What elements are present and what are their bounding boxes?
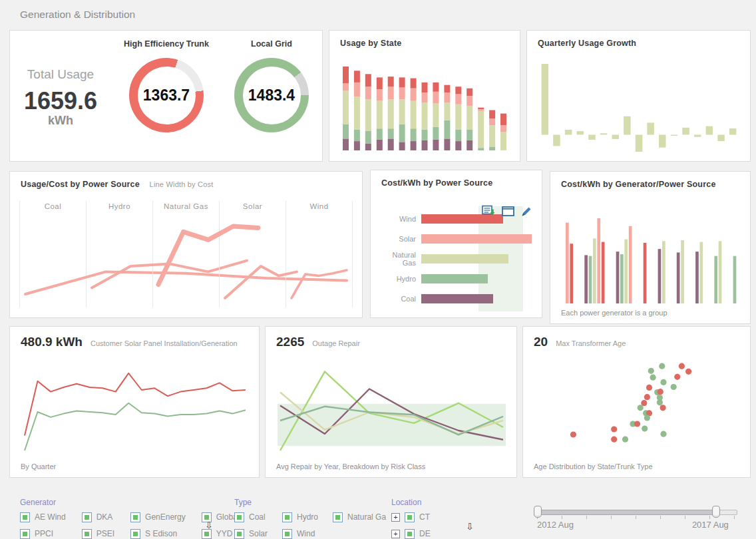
scatter-point[interactable] (622, 437, 628, 443)
stacked-bar-segment[interactable] (500, 125, 506, 132)
stacked-bar-segment[interactable] (444, 85, 450, 92)
cost-generator-chart[interactable] (562, 210, 741, 303)
scatter-point[interactable] (674, 374, 680, 380)
stacked-bar-segment[interactable] (343, 67, 349, 83)
stacked-bar-segment[interactable] (489, 110, 495, 119)
stacked-bar-segment[interactable] (388, 128, 394, 138)
stacked-bar-segment[interactable] (444, 92, 450, 102)
generator-bar[interactable] (566, 223, 569, 303)
generator-bar[interactable] (597, 218, 600, 303)
power-source-mini-wind[interactable]: Wind (286, 201, 353, 307)
generator-filter-psei[interactable]: PSEI (82, 528, 114, 539)
scatter-point[interactable] (658, 389, 663, 395)
line-series[interactable] (25, 373, 246, 436)
hbar-fill[interactable] (421, 234, 532, 244)
generator-bar[interactable] (644, 243, 647, 303)
scatter-point[interactable] (611, 426, 617, 432)
gauge-trunk-donut[interactable]: 1363.7 (129, 58, 204, 132)
checkbox-checked-icon[interactable] (333, 512, 343, 522)
growth-bar[interactable] (553, 135, 560, 146)
stacked-bar-segment[interactable] (365, 74, 371, 87)
stacked-bar-segment[interactable] (377, 77, 383, 89)
growth-bar[interactable] (694, 135, 701, 137)
stacked-bar-segment[interactable] (467, 89, 472, 96)
checkbox-checked-icon[interactable] (130, 512, 140, 522)
scatter-point[interactable] (648, 368, 654, 374)
checkbox-checked-icon[interactable] (82, 529, 92, 539)
power-source-mini-natural-gas[interactable]: Natural Gas (153, 201, 220, 307)
power-source-mini-hydro[interactable]: Hydro (87, 201, 153, 307)
stacked-bar-segment[interactable] (411, 141, 417, 150)
checkbox-checked-icon[interactable] (405, 529, 415, 539)
stacked-bar-segment[interactable] (365, 87, 371, 99)
stacked-bar-segment[interactable] (455, 141, 461, 150)
stacked-bar-segment[interactable] (354, 130, 360, 142)
checkbox-checked-icon[interactable] (405, 512, 415, 522)
hbar-fill[interactable] (421, 274, 488, 283)
stacked-bar-segment[interactable] (433, 127, 439, 140)
generator-bar[interactable] (629, 226, 632, 303)
scatter-point[interactable] (638, 405, 644, 411)
hbar-fill[interactable] (421, 294, 493, 303)
edit-icon[interactable] (520, 206, 532, 217)
generator-filter-dka[interactable]: DKA (82, 511, 114, 523)
generator-bar[interactable] (589, 256, 592, 303)
stacked-bar-segment[interactable] (433, 92, 439, 104)
stacked-bar-segment[interactable] (411, 89, 417, 101)
stacked-bar-segment[interactable] (365, 131, 371, 144)
export-table-icon[interactable] (482, 205, 496, 217)
growth-bar[interactable] (717, 135, 725, 142)
hbar-row-solar[interactable]: Solar (379, 230, 535, 248)
type-filter-solar[interactable]: Solar (234, 528, 268, 539)
stacked-bar-segment[interactable] (377, 101, 383, 129)
scatter-point[interactable] (660, 405, 666, 411)
stacked-bar-segment[interactable] (388, 77, 394, 87)
power-source-mini-solar[interactable]: Solar (220, 201, 286, 307)
stacked-bar-segment[interactable] (500, 114, 506, 126)
scroll-down-icon[interactable]: ⇩ (466, 521, 474, 532)
scatter-point[interactable] (611, 437, 617, 443)
generator-filter-ae-wind[interactable]: AE Wind (20, 511, 66, 523)
stacked-bar-segment[interactable] (377, 128, 383, 139)
usage-cost-chart[interactable]: CoalHydroNatural GasSolarWind (19, 201, 353, 307)
cost-kwh-chart[interactable]: WindSolarNatural GasHydroCoal (379, 210, 535, 307)
stacked-bar-segment[interactable] (467, 96, 472, 106)
location-filter-ct[interactable]: +CT (391, 511, 431, 523)
quarterly-growth-chart[interactable] (539, 61, 739, 154)
stacked-bar-segment[interactable] (354, 71, 360, 83)
scatter-point[interactable] (660, 431, 666, 437)
time-range-slider[interactable]: 2012 Aug 2017 Aug (529, 506, 739, 532)
stacked-bar-segment[interactable] (455, 104, 461, 130)
generator-bar[interactable] (714, 256, 717, 303)
stacked-bar-segment[interactable] (354, 83, 360, 96)
stacked-bar-segment[interactable] (343, 83, 349, 90)
stacked-bar-segment[interactable] (478, 148, 484, 150)
stacked-bar-segment[interactable] (489, 125, 495, 147)
generator-bar[interactable] (719, 241, 722, 303)
type-filter-wind[interactable]: Wind (282, 528, 318, 539)
stacked-bar-segment[interactable] (422, 102, 428, 129)
growth-bar[interactable] (682, 128, 689, 135)
slider-selected-range[interactable] (538, 510, 716, 515)
hbar-fill[interactable] (421, 254, 508, 264)
generator-bar[interactable] (700, 242, 703, 303)
solar-generation-chart[interactable] (22, 361, 248, 456)
growth-bar[interactable] (577, 131, 584, 134)
stacked-bar-segment[interactable] (365, 99, 371, 131)
stacked-bar-segment[interactable] (444, 102, 450, 120)
stacked-bar-segment[interactable] (422, 83, 428, 92)
stacked-bar-segment[interactable] (388, 99, 394, 128)
stacked-bar-segment[interactable] (388, 87, 394, 99)
scatter-point[interactable] (679, 363, 685, 369)
checkbox-checked-icon[interactable] (20, 529, 30, 539)
scroll-down-icon[interactable]: ⇩ (205, 520, 213, 530)
stacked-bar-segment[interactable] (489, 118, 495, 125)
stacked-bar-segment[interactable] (444, 120, 450, 139)
hbar-row-hydro[interactable]: Hydro (379, 270, 535, 287)
scatter-point[interactable] (646, 385, 652, 391)
generator-bar[interactable] (624, 240, 628, 303)
slider-handle-end[interactable] (712, 506, 720, 518)
generator-bar[interactable] (602, 242, 605, 303)
stacked-bar-segment[interactable] (399, 142, 405, 150)
spark-line[interactable] (291, 270, 347, 298)
